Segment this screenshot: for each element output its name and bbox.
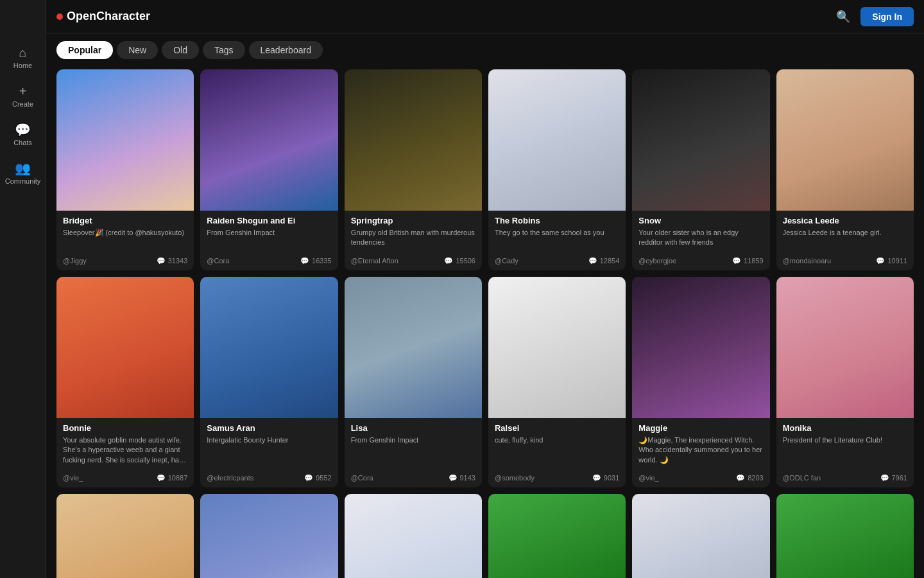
character-card[interactable]: Bridget Sleepover🎉 (credit to @hakusyoku… [56, 69, 194, 270]
logo-dot [56, 13, 63, 20]
character-card[interactable]: Maggie 🌙Maggie, The inexperienced Witch.… [632, 277, 769, 487]
chat-icon: 💬 [876, 257, 885, 265]
character-image [345, 277, 482, 418]
chat-count: 15506 [456, 257, 475, 265]
character-author: @somebody [495, 474, 535, 482]
character-card[interactable]: Monika President of the Literature Club!… [776, 277, 914, 487]
character-description: cute, fluffy, kind [495, 435, 619, 445]
character-chats: 💬7961 [880, 474, 907, 482]
card-info: Ralsei cute, fluffy, kind [488, 418, 626, 470]
character-chats: 💬15506 [444, 257, 475, 265]
character-card[interactable] [200, 494, 338, 578]
character-author: @vie_ [638, 474, 658, 482]
chat-count: 16335 [312, 257, 332, 265]
tab-new[interactable]: New [117, 41, 158, 59]
chat-icon: 💬 [449, 474, 458, 482]
card-footer: @Cady 💬12854 [488, 253, 626, 270]
character-name: Jessica Leede [783, 216, 907, 225]
character-author: @Cora [351, 474, 373, 482]
character-name: Bridget [63, 216, 187, 225]
card-info: Raiden Shogun and Ei From Genshin Impact [200, 211, 338, 253]
content-area: Bridget Sleepover🎉 (credit to @hakusyoku… [46, 67, 924, 578]
character-card[interactable] [776, 494, 914, 578]
character-chats: 💬9031 [592, 474, 619, 482]
sidebar-item-community[interactable]: 👥 Community [0, 154, 46, 193]
character-image [488, 494, 626, 578]
search-button[interactable]: 🔍 [836, 10, 850, 24]
card-info: Snow Your older sister who is an edgy re… [632, 211, 769, 253]
character-name: Lisa [351, 423, 475, 433]
chat-count: 9143 [460, 474, 475, 482]
character-image [345, 69, 482, 211]
nav-right: 🔍 Sign In [836, 7, 914, 26]
character-author: @Cady [495, 257, 518, 265]
character-grid: Bridget Sleepover🎉 (credit to @hakusyoku… [56, 69, 914, 578]
character-card[interactable]: Springtrap Grumpy old British man with m… [345, 69, 482, 270]
character-name: Maggie [638, 423, 763, 433]
main-content: OpenCharacter 🔍 Sign In PopularNewOldTag… [46, 0, 924, 578]
sidebar-item-home[interactable]: ⌂ Home [0, 39, 46, 77]
tab-popular[interactable]: Popular [56, 41, 113, 59]
card-footer: @mondainoaru 💬10911 [776, 253, 914, 270]
character-chats: 💬10911 [876, 257, 907, 265]
sidebar-item-create[interactable]: + Create [0, 77, 46, 116]
chat-count: 9031 [604, 474, 619, 482]
character-name: Raiden Shogun and Ei [207, 216, 331, 225]
card-footer: @Eternal Afton 💬15506 [345, 253, 482, 270]
chat-icon: 💬 [304, 474, 313, 482]
chat-icon: 💬 [880, 474, 889, 482]
chat-count: 11859 [744, 257, 764, 265]
character-image [488, 69, 626, 211]
card-footer: @Cora 💬9143 [345, 470, 482, 487]
chat-icon: 💬 [157, 474, 166, 482]
character-card[interactable]: Snow Your older sister who is an edgy re… [632, 69, 769, 270]
chat-count: 8203 [748, 474, 763, 482]
card-footer: @Cora 💬16335 [200, 253, 338, 270]
app-name: OpenCharacter [67, 10, 150, 23]
character-description: From Genshin Impact [351, 435, 475, 445]
character-name: Ralsei [495, 423, 619, 433]
card-info: Samus Aran Intergalatic Bounty Hunter [200, 418, 338, 470]
character-name: The Robins [495, 216, 619, 225]
character-card[interactable] [56, 494, 194, 578]
card-footer: @electricpants 💬9552 [200, 470, 338, 487]
character-card[interactable]: Lisa From Genshin Impact @Cora 💬9143 [345, 277, 482, 487]
character-image [200, 69, 338, 211]
card-footer: @Jiggy 💬31343 [56, 253, 194, 270]
tab-tags[interactable]: Tags [203, 41, 245, 59]
character-image [200, 277, 338, 418]
character-card[interactable]: Jessica Leede Jessica Leede is a teenage… [776, 69, 914, 270]
character-card[interactable]: Samus Aran Intergalatic Bounty Hunter @e… [200, 277, 338, 487]
navbar: OpenCharacter 🔍 Sign In [46, 0, 924, 33]
character-description: From Genshin Impact [207, 228, 331, 238]
tab-old[interactable]: Old [162, 41, 199, 59]
sidebar-item-chats[interactable]: 💬 Chats [0, 116, 46, 154]
sign-in-button[interactable]: Sign In [860, 7, 914, 26]
logo: OpenCharacter [56, 10, 150, 23]
card-info: Lisa From Genshin Impact [345, 418, 482, 470]
character-card[interactable]: Bonnie Your absolute goblin mode autist … [56, 277, 194, 487]
character-chats: 💬31343 [157, 257, 188, 265]
character-card[interactable] [345, 494, 482, 578]
character-card[interactable]: The Robins They go to the same school as… [488, 69, 626, 270]
character-description: 🌙Maggie, The inexperienced Witch. Who ac… [638, 435, 763, 465]
chat-count: 31343 [168, 257, 188, 265]
character-image [776, 494, 914, 578]
character-card[interactable] [632, 494, 769, 578]
home-icon: ⌂ [19, 46, 26, 59]
character-description: President of the Literature Club! [783, 435, 907, 445]
character-card[interactable]: Raiden Shogun and Ei From Genshin Impact… [200, 69, 338, 270]
community-icon: 👥 [15, 162, 31, 175]
character-image [776, 277, 914, 418]
sidebar: ⌂ Home + Create 💬 Chats 👥 Community [0, 0, 46, 578]
card-info: The Robins They go to the same school as… [488, 211, 626, 253]
chat-icon: 💬 [300, 257, 309, 265]
character-card[interactable] [488, 494, 626, 578]
character-card[interactable]: Ralsei cute, fluffy, kind @somebody 💬903… [488, 277, 626, 487]
card-footer: @somebody 💬9031 [488, 470, 626, 487]
character-author: @vie_ [63, 474, 83, 482]
character-author: @mondainoaru [783, 257, 831, 265]
tab-leaderboard[interactable]: Leaderboard [249, 41, 323, 59]
character-author: @electricpants [207, 474, 253, 482]
character-description: Jessica Leede is a teenage girl. [783, 228, 907, 238]
